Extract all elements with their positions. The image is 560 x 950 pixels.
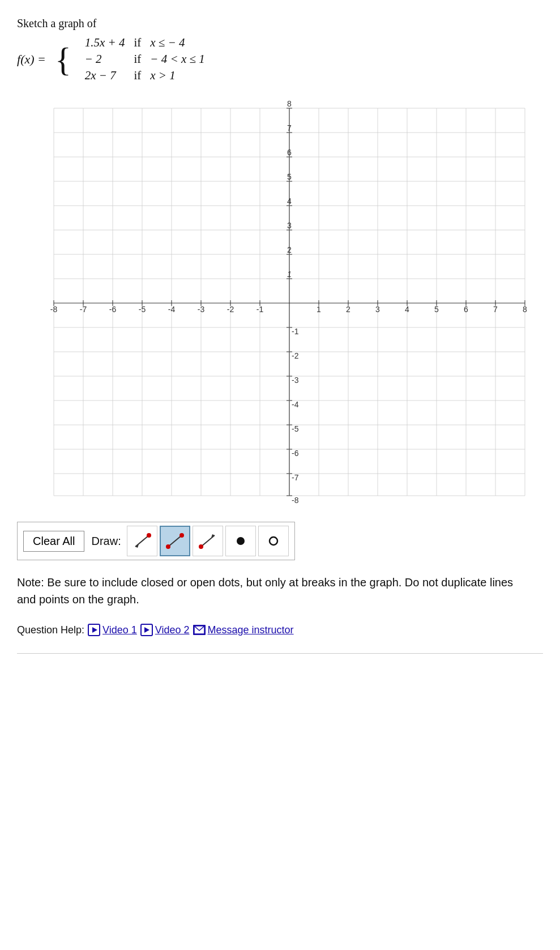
svg-text:2: 2: [287, 245, 292, 254]
svg-line-99: [135, 535, 149, 547]
case-if-3: if: [129, 67, 146, 84]
svg-text:-7: -7: [292, 473, 299, 482]
svg-text:-3: -3: [292, 376, 299, 385]
tool-segment[interactable]: [160, 526, 190, 556]
svg-text:-3: -3: [198, 305, 205, 314]
graph-container[interactable]: 8 7 6 5 4 3 2 1 -1 -2 -3 -4 -5 -6 -7 -8 …: [17, 100, 538, 508]
case-if-2: if: [129, 51, 146, 67]
svg-text:-1: -1: [292, 327, 299, 336]
svg-text:7: 7: [287, 123, 292, 133]
svg-text:-4: -4: [292, 400, 299, 409]
tool-closed-dot[interactable]: [225, 526, 256, 556]
svg-text:-1: -1: [257, 305, 264, 314]
play-triangle-1: [92, 627, 97, 633]
question-help: Question Help: Video 1 Video 2 Message i…: [17, 624, 543, 636]
mail-icon: [193, 625, 206, 635]
message-instructor-link[interactable]: Message instructor: [193, 624, 294, 636]
svg-text:2: 2: [346, 305, 350, 314]
cases-table: 1.5x + 4 if x ≤ − 4 − 2 if − 4 < x ≤ 1 2…: [80, 35, 210, 84]
svg-point-103: [166, 544, 170, 549]
video2-play-icon: [140, 624, 153, 636]
svg-text:8: 8: [523, 305, 527, 314]
case-expr-1: 1.5x + 4: [80, 35, 130, 51]
graph-svg[interactable]: 8 7 6 5 4 3 2 1 -1 -2 -3 -4 -5 -6 -7 -8 …: [17, 100, 538, 508]
svg-text:-8: -8: [292, 496, 299, 505]
svg-text:5: 5: [287, 172, 292, 181]
tool-open-dot[interactable]: [258, 526, 289, 556]
problem-header: Sketch a graph of f(x) = { 1.5x + 4 if x…: [17, 17, 543, 84]
case-if-1: if: [129, 35, 146, 51]
svg-point-106: [199, 544, 203, 549]
svg-point-109: [270, 537, 277, 545]
svg-text:-8: -8: [50, 305, 58, 314]
bottom-divider: [17, 653, 543, 654]
svg-text:-4: -4: [168, 305, 176, 314]
svg-text:-6: -6: [292, 449, 299, 458]
case-expr-3: 2x − 7: [80, 67, 130, 84]
svg-text:1: 1: [287, 270, 292, 279]
video2-label: Video 2: [155, 624, 190, 636]
svg-text:-5: -5: [292, 424, 299, 433]
svg-point-101: [147, 533, 151, 538]
tool-ray-left[interactable]: [127, 526, 157, 556]
drawing-toolbar: Clear All Draw:: [17, 522, 295, 560]
svg-line-102: [168, 535, 182, 547]
svg-rect-0: [17, 100, 538, 508]
video1-link[interactable]: Video 1: [88, 624, 137, 636]
svg-point-104: [179, 533, 184, 538]
svg-text:4: 4: [405, 305, 409, 314]
svg-text:6: 6: [464, 305, 468, 314]
fx-label: f(x) =: [17, 52, 46, 67]
svg-text:-2: -2: [227, 305, 234, 314]
svg-line-105: [201, 535, 215, 547]
svg-text:3: 3: [287, 221, 292, 230]
svg-text:-2: -2: [292, 351, 299, 360]
video1-label: Video 1: [102, 624, 137, 636]
message-label: Message instructor: [208, 624, 294, 636]
play-triangle-2: [144, 627, 149, 633]
brace-symbol: {: [55, 42, 71, 76]
svg-text:1: 1: [317, 305, 321, 314]
svg-text:-6: -6: [109, 305, 117, 314]
video1-play-icon: [88, 624, 100, 636]
case-cond-3: x > 1: [146, 67, 209, 84]
svg-text:8: 8: [287, 100, 292, 108]
question-help-label: Question Help:: [17, 624, 84, 636]
case-row-3: 2x − 7 if x > 1: [80, 67, 210, 84]
draw-label: Draw:: [91, 535, 121, 548]
note-text: Note: Be sure to include closed or open …: [17, 574, 527, 608]
svg-text:5: 5: [434, 305, 439, 314]
case-row-2: − 2 if − 4 < x ≤ 1: [80, 51, 210, 67]
svg-point-108: [237, 537, 245, 545]
function-definition: f(x) = { 1.5x + 4 if x ≤ − 4 − 2 if − 4 …: [17, 35, 543, 84]
sketch-label: Sketch a graph of: [17, 17, 543, 30]
svg-text:7: 7: [493, 305, 498, 314]
case-cond-1: x ≤ − 4: [146, 35, 209, 51]
svg-text:3: 3: [375, 305, 380, 314]
case-cond-2: − 4 < x ≤ 1: [146, 51, 209, 67]
svg-text:4: 4: [287, 197, 292, 206]
case-expr-2: − 2: [80, 51, 130, 67]
tool-ray-right[interactable]: [193, 526, 223, 556]
svg-text:-5: -5: [139, 305, 146, 314]
clear-all-button[interactable]: Clear All: [23, 531, 84, 552]
case-row-1: 1.5x + 4 if x ≤ − 4: [80, 35, 210, 51]
svg-text:6: 6: [287, 148, 292, 157]
svg-text:-7: -7: [80, 305, 87, 314]
video2-link[interactable]: Video 2: [140, 624, 190, 636]
